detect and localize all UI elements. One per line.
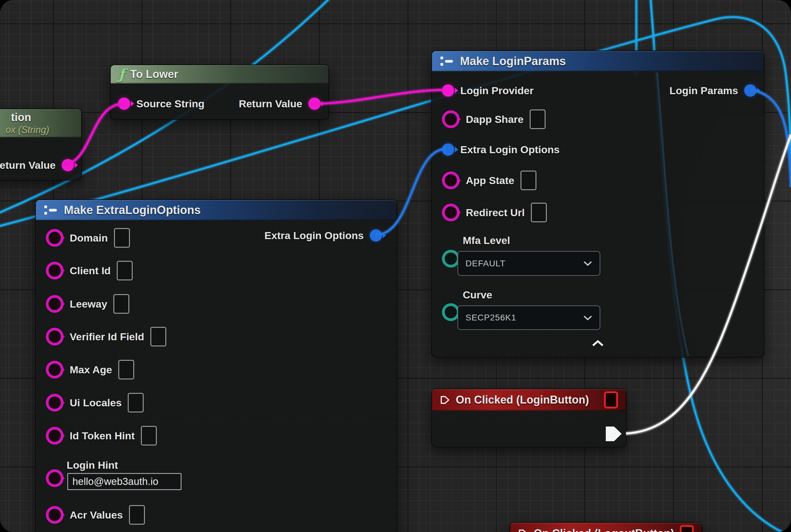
node-header[interactable]: On Clicked (LogoutButton)	[510, 523, 702, 532]
node-header[interactable]: Make ExtraLoginOptions	[36, 200, 397, 220]
pin-row-domain: Domain	[46, 227, 130, 248]
pin-label: Login Params	[669, 85, 738, 97]
verifier-id-field-pin[interactable]	[46, 328, 63, 345]
chevron-down-icon	[583, 261, 592, 266]
pin-row-redirect-url: Redirect Url	[442, 202, 547, 223]
ui-locales-pin[interactable]	[46, 394, 63, 412]
pin-label: Max Age	[70, 364, 112, 376]
pin-label: Dapp Share	[466, 113, 524, 125]
leeway-pin[interactable]	[46, 295, 63, 313]
id-token-hint-textbox[interactable]	[141, 426, 157, 445]
curve-pin[interactable]	[442, 303, 460, 321]
mfa-level-pin[interactable]	[442, 250, 460, 268]
id-token-hint-pin[interactable]	[46, 427, 63, 444]
client-id-pin[interactable]	[46, 262, 63, 280]
pin-row-id-token-hint: Id Token Hint	[46, 425, 157, 446]
node-title-fragment: tion	[0, 111, 31, 124]
pin-row-extra-login-options: Extra Login Options	[442, 139, 560, 160]
client-id-textbox[interactable]	[117, 261, 133, 280]
node-on-clicked-logoutbutton[interactable]: On Clicked (LogoutButton)	[509, 522, 702, 532]
make-struct-icon	[44, 205, 58, 215]
max-age-textbox[interactable]	[118, 360, 134, 379]
acr-values-pin[interactable]	[46, 506, 63, 524]
widget-event-icon	[680, 525, 694, 532]
pin-label: Domain	[70, 232, 108, 244]
ui-locales-textbox[interactable]	[128, 393, 144, 413]
pin-label: Id Token Hint	[70, 430, 135, 442]
pin-label: eturn Value	[0, 159, 56, 171]
app-state-textbox[interactable]	[521, 171, 536, 190]
acr-values-textbox[interactable]	[129, 505, 145, 525]
verifier-id-field-textbox[interactable]	[150, 327, 166, 346]
app-state-pin[interactable]	[442, 172, 460, 189]
pin-label: Redirect Url	[466, 207, 525, 218]
wire-string-tolower-to-loginprovider	[310, 90, 446, 104]
pin-row-extra-login-options-out: Extra Login Options	[264, 225, 382, 246]
node-header[interactable]: On Clicked (LoginButton)	[432, 389, 626, 411]
pin-row-ui-locales: Ui Locales	[46, 392, 144, 413]
pin-row-verifier-id-field: Verifier Id Field	[46, 326, 166, 347]
function-icon: ƒ	[119, 67, 125, 81]
node-header[interactable]: Make LoginParams	[432, 51, 764, 71]
pin-label: Extra Login Options	[264, 230, 364, 242]
pin-row-app-state: App State	[442, 170, 536, 191]
leeway-textbox[interactable]	[113, 294, 129, 314]
node-subtitle-fragment: ox (String)	[0, 125, 49, 135]
pin-label: App State	[466, 175, 515, 187]
login-hint-input[interactable]	[67, 473, 181, 490]
make-struct-icon	[440, 56, 455, 66]
mfa-level-label: Mfa Level	[463, 234, 510, 246]
redirect-url-textbox[interactable]	[531, 203, 547, 222]
pin-row-login-params-out: Login Params	[669, 80, 756, 101]
mfa-level-value: DEFAULT	[465, 259, 505, 268]
blueprint-graph-canvas[interactable]: tion ox (String) eturn Value ƒ To Lower …	[0, 0, 791, 532]
node-title: Make LoginParams	[460, 55, 566, 68]
curve-value: SECP256K1	[465, 313, 516, 323]
return-value-pin[interactable]	[62, 159, 74, 171]
pin-label: Client Id	[70, 265, 111, 277]
domain-pin[interactable]	[46, 229, 63, 247]
node-make-extraloginoptions[interactable]: Make ExtraLoginOptions Domain Extra Logi…	[35, 200, 397, 532]
node-title: On Clicked (LogoutButton)	[534, 527, 674, 532]
node-get-text-partial[interactable]: tion ox (String) eturn Value	[0, 109, 82, 180]
pin-label: Return Value	[239, 98, 302, 110]
pin-row-login-provider: Login Provider	[442, 80, 534, 101]
login-hint-pin[interactable]	[46, 469, 63, 487]
chevron-down-icon	[583, 315, 592, 320]
login-provider-pin[interactable]	[442, 84, 454, 97]
max-age-pin[interactable]	[46, 361, 63, 379]
dapp-share-textbox[interactable]	[530, 110, 545, 129]
pin-label: Verifier Id Field	[70, 331, 144, 343]
pin-row-dapp-share: Dapp Share	[442, 109, 545, 130]
login-hint-label: Login Hint	[66, 459, 118, 471]
pin-label: Leeway	[70, 298, 107, 310]
curve-dropdown[interactable]: SECP256K1	[458, 305, 600, 330]
pin-label: Login Provider	[460, 85, 534, 97]
node-make-loginparams[interactable]: Make LoginParams Login Provider Login Pa…	[431, 51, 765, 357]
mfa-level-dropdown[interactable]: DEFAULT	[458, 251, 600, 276]
curve-label: Curve	[463, 289, 492, 301]
widget-event-icon	[604, 391, 618, 408]
redirect-url-pin[interactable]	[442, 204, 460, 221]
extra-login-options-pin[interactable]	[442, 144, 454, 156]
pin-row-return-value: Return Value	[239, 93, 321, 114]
source-string-pin[interactable]	[118, 97, 130, 110]
pin-row-leeway: Leeway	[46, 293, 129, 314]
dapp-share-pin[interactable]	[442, 110, 460, 128]
pin-row-client-id: Client Id	[46, 260, 133, 281]
node-on-clicked-loginbutton[interactable]: On Clicked (LoginButton)	[431, 388, 626, 447]
extra-login-options-output-pin[interactable]	[370, 229, 382, 242]
login-params-output-pin[interactable]	[744, 84, 756, 97]
collapse-node-chevron-icon[interactable]	[592, 340, 604, 347]
node-title: To Lower	[130, 68, 178, 81]
pin-label: Acr Values	[70, 509, 123, 521]
node-title: Make ExtraLoginOptions	[64, 204, 201, 217]
exec-output-pin[interactable]	[606, 426, 622, 441]
node-header[interactable]: ƒ To Lower	[111, 65, 329, 83]
node-to-lower[interactable]: ƒ To Lower Source String Return Value	[110, 64, 329, 120]
pin-row-return-value: eturn Value	[0, 155, 74, 175]
domain-textbox[interactable]	[114, 228, 130, 248]
return-value-pin[interactable]	[308, 97, 321, 110]
node-header[interactable]: tion ox (String)	[0, 109, 81, 137]
pin-row-acr-values: Acr Values	[46, 505, 145, 525]
